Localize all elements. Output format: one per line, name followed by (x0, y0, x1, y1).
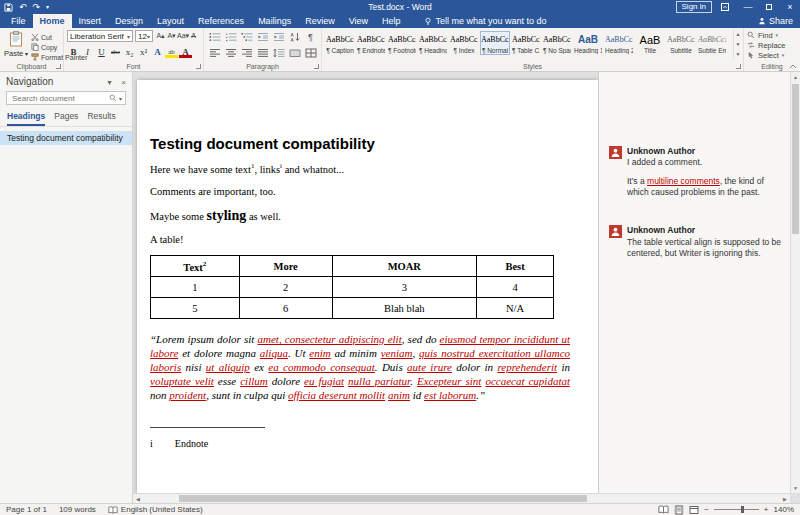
styles-scroll-down-icon[interactable]: ▼ (734, 40, 742, 49)
scroll-left-icon[interactable]: ◀ (133, 494, 143, 503)
sign-in-button[interactable]: Sign in (676, 1, 712, 13)
strikethrough-button[interactable]: abc (109, 45, 122, 58)
comment-1[interactable]: Unknown AuthorI added a comment.It's a m… (609, 146, 782, 198)
search-icon[interactable] (109, 94, 117, 102)
print-layout-icon[interactable] (674, 505, 684, 515)
search-input[interactable] (10, 93, 107, 104)
customize-qat-dropdown-icon[interactable]: ▾ (46, 0, 49, 14)
vertical-scrollbar[interactable]: ▲ ▼ (790, 72, 800, 493)
redo-button[interactable]: ↷ (33, 0, 41, 14)
sort-icon[interactable] (287, 30, 302, 43)
style-heading-2[interactable]: AaBbCcIHeading 2 (604, 31, 634, 55)
scroll-up-icon[interactable]: ▲ (791, 72, 800, 82)
font-color-button[interactable]: A (179, 45, 192, 58)
align-left-icon[interactable] (207, 46, 222, 59)
align-center-icon[interactable] (223, 46, 238, 59)
vertical-scrollbar-thumb[interactable] (792, 84, 799, 234)
font-size-combo[interactable]: 12▾ (135, 30, 153, 42)
style-subtle-em[interactable]: AaBbCcISubtle Em... (697, 31, 727, 55)
decrease-indent-icon[interactable] (255, 30, 270, 43)
ribbon-tab-insert[interactable]: Insert (72, 14, 109, 28)
superscript-button[interactable]: x² (137, 45, 150, 58)
ribbon-tab-view[interactable]: View (342, 14, 375, 28)
style-index[interactable]: AaBbCcI¶ Index (449, 31, 479, 55)
format-painter-button[interactable]: Format Painter (31, 53, 60, 61)
navigation-tab-headings[interactable]: Headings (7, 111, 45, 126)
search-dropdown-icon[interactable]: ▾ (119, 95, 122, 102)
ribbon-tab-home[interactable]: Home (33, 14, 72, 28)
navigation-close-icon[interactable]: × (121, 78, 126, 87)
scroll-down-icon[interactable]: ▼ (791, 483, 800, 493)
bullets-icon[interactable] (207, 30, 222, 43)
clear-formatting-button[interactable]: A (188, 30, 199, 42)
style-caption[interactable]: AaBbCcI¶ Caption (325, 31, 355, 55)
ribbon-tab-layout[interactable]: Layout (150, 14, 191, 28)
web-layout-icon[interactable] (689, 505, 699, 515)
ribbon-display-options-button[interactable] (721, 3, 733, 11)
style-title[interactable]: AaBTitle (635, 31, 665, 55)
style-heading[interactable]: AaBbCcI¶ Heading (418, 31, 448, 55)
tell-me-box[interactable]: Tell me what you want to do (424, 14, 547, 28)
font-family-combo[interactable]: Liberation Serif▾ (67, 30, 133, 42)
replace-button[interactable]: Replace (747, 40, 797, 50)
zoom-slider-thumb[interactable] (741, 506, 744, 513)
shrink-font-button[interactable]: A▾ (166, 30, 177, 42)
underline-button[interactable]: U (95, 45, 108, 58)
ribbon-tab-mailings[interactable]: Mailings (251, 14, 298, 28)
language-indicator[interactable]: English (United States) (108, 505, 203, 514)
restore-button[interactable] (763, 0, 775, 14)
ribbon-tab-review[interactable]: Review (298, 14, 342, 28)
borders-icon[interactable] (303, 46, 318, 59)
page-indicator[interactable]: Page 1 of 1 (6, 505, 47, 514)
horizontal-scrollbar[interactable]: ◀ ▶ (133, 493, 790, 503)
italic-button[interactable]: I (81, 45, 94, 58)
style-subtitle[interactable]: AaBbCcISubtitle (666, 31, 696, 55)
copy-button[interactable]: Copy (31, 43, 60, 51)
font-dialog-launcher[interactable] (196, 64, 201, 69)
ribbon-tab-design[interactable]: Design (108, 14, 150, 28)
zoom-out-button[interactable]: − (704, 505, 709, 514)
styles-scroll-up-icon[interactable]: ▲ (734, 30, 742, 39)
navigation-options-icon[interactable]: ▾ (108, 78, 112, 87)
search-document-box[interactable]: ▾ (6, 91, 126, 105)
numbering-icon[interactable] (223, 30, 238, 43)
subscript-button[interactable]: x₂ (123, 45, 136, 58)
styles-dialog-launcher[interactable] (736, 64, 741, 69)
style-normal[interactable]: AaBbCcI¶ Normal (480, 31, 510, 55)
styles-more-icon[interactable]: ▼ (734, 50, 742, 59)
paragraph-dialog-launcher[interactable] (314, 64, 319, 69)
multilevel-list-icon[interactable] (239, 30, 254, 43)
shading-icon[interactable] (287, 46, 302, 59)
scroll-right-icon[interactable]: ▶ (780, 494, 790, 503)
navigation-heading-item[interactable]: Testing document compatibility (0, 131, 132, 145)
text-highlight-color-button[interactable]: ab (165, 45, 178, 58)
justify-icon[interactable] (255, 46, 270, 59)
share-button[interactable]: Share (758, 14, 793, 28)
find-button[interactable]: Find▾ (747, 30, 797, 40)
navigation-tab-results[interactable]: Results (87, 111, 115, 126)
style-heading-1[interactable]: AaBHeading 1 (573, 31, 603, 55)
clipboard-dialog-launcher[interactable] (56, 64, 61, 69)
read-mode-icon[interactable] (658, 505, 669, 514)
align-right-icon[interactable] (239, 46, 254, 59)
show-paragraph-marks-icon[interactable]: ¶ (303, 30, 318, 43)
document-page[interactable]: Testing document compatibility Here we h… (137, 80, 598, 493)
save-icon[interactable] (4, 3, 13, 12)
style-no-spac[interactable]: AaBbCcI¶ No Spac... (542, 31, 572, 55)
word-count[interactable]: 109 words (59, 505, 96, 514)
text-effects-button[interactable]: A (151, 45, 164, 58)
bold-button[interactable]: B (67, 45, 80, 58)
select-button[interactable]: Select▾ (747, 50, 797, 60)
close-button[interactable]: × (784, 0, 796, 14)
zoom-in-button[interactable]: + (764, 505, 769, 514)
style-table-c[interactable]: AaBbCcI¶ Table C... (511, 31, 541, 55)
navigation-tab-pages[interactable]: Pages (54, 111, 78, 126)
change-case-button[interactable]: Aa▾ (177, 30, 188, 42)
undo-button[interactable]: ↶ (19, 0, 27, 14)
grow-font-button[interactable]: A▴ (155, 30, 166, 42)
ribbon-tab-references[interactable]: References (191, 14, 251, 28)
style-footnote[interactable]: AaBbCcI¶ Footnote... (387, 31, 417, 55)
cut-button[interactable]: Cut (31, 33, 60, 41)
line-spacing-icon[interactable] (271, 46, 286, 59)
ribbon-tab-file[interactable]: File (4, 14, 33, 28)
